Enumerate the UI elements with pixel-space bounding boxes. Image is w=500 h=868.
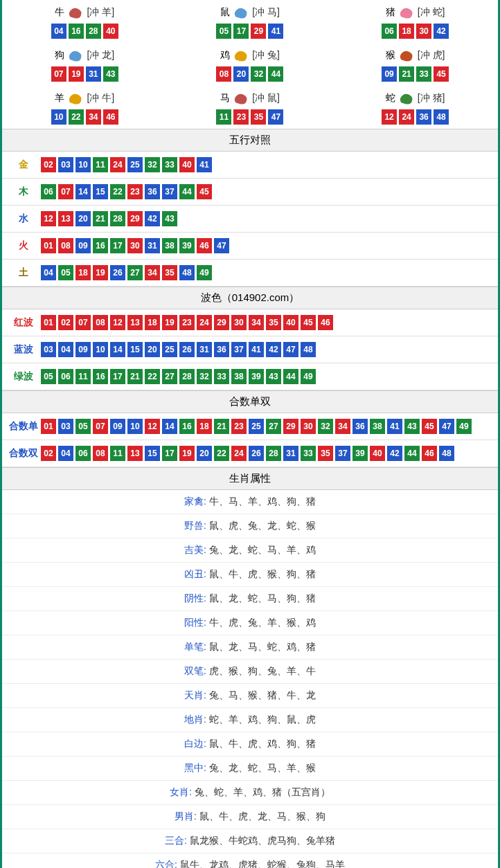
number-badge: 30 [231,315,247,330]
attribute-value: 鼠牛、龙鸡、虎猪、蛇猴、兔狗、马羊 [180,859,345,868]
number-badge: 28 [86,24,101,39]
number-badge: 20 [197,446,212,461]
attribute-label: 家禽: [184,496,209,507]
number-badge: 34 [335,419,350,434]
number-badge: 46 [197,238,212,253]
attribute-row: 女肖: 兔、蛇、羊、鸡、猪（五宫肖） [2,781,498,805]
number-badge: 08 [58,238,73,253]
number-badge: 29 [127,211,143,226]
number-badge: 11 [216,109,231,125]
attribute-value: 兔、马、猴、猪、牛、龙 [209,689,316,700]
number-badge: 08 [93,446,108,461]
number-badge: 04 [51,24,66,39]
number-badge: 24 [110,157,125,172]
number-badge: 17 [110,238,125,253]
attribute-value: 牛、虎、兔、羊、猴、鸡 [209,617,316,628]
number-badge: 05 [58,265,73,280]
attribute-label: 地肖: [184,714,209,725]
number-badge: 33 [214,369,229,384]
number-badge: 43 [162,211,177,226]
number-badge: 45 [301,315,316,330]
zodiac-cell: 牛[冲 羊]04162840 [2,0,168,43]
zodiac-clash: [冲 兔] [252,49,280,62]
number-badge: 11 [110,446,125,461]
number-badge: 13 [58,211,73,226]
zodiac-cell: 羊[冲 牛]10223446 [2,86,168,129]
number-badge: 35 [318,446,333,461]
table-row: 蓝波03040910141520252631363741424748 [2,336,498,363]
zodiac-cell: 鼠[冲 马]05172941 [168,0,333,43]
number-badge: 17 [162,446,177,461]
attribute-label: 阳性: [184,617,209,628]
row-label: 土 [6,266,41,279]
number-badge: 46 [103,109,118,125]
number-badge: 36 [416,109,431,125]
zodiac-clash: [冲 鼠] [252,92,280,105]
number-badge: 21 [399,66,414,82]
attribute-label: 黑中: [184,762,209,773]
attribute-value: 鼠龙猴、牛蛇鸡、虎马狗、兔羊猪 [190,835,335,846]
zodiac-cell: 猪[冲 蛇]06183042 [332,0,498,43]
attribute-value: 牛、马、羊、鸡、狗、猪 [209,496,316,507]
zodiac-cell: 猴[冲 虎]09213345 [332,43,498,86]
number-badge: 06 [58,369,73,384]
number-badge: 16 [93,238,108,253]
attribute-row: 地肖: 蛇、羊、鸡、狗、鼠、虎 [2,708,498,732]
attribute-value: 兔、蛇、羊、鸡、猪（五宫肖） [195,786,330,797]
number-badge: 35 [266,315,281,330]
number-badge: 05 [75,419,91,434]
number-badge: 35 [251,109,266,125]
bose-table: 红波0102070812131819232429303435404546蓝波03… [2,309,498,390]
attribute-row: 阴性: 鼠、龙、蛇、马、狗、猪 [2,587,498,611]
zodiac-name: 牛 [55,6,64,19]
zodiac-clash: [冲 马] [252,6,280,19]
zodiac-name: 马 [220,92,230,105]
number-badge: 40 [283,315,298,330]
number-badge: 09 [75,238,91,253]
attribute-label: 白边: [184,738,209,749]
number-badge: 29 [214,315,229,330]
number-badge: 38 [162,238,177,253]
number-badge: 07 [51,66,66,82]
number-badge: 07 [75,315,91,330]
number-badge: 32 [145,157,160,172]
shuxing-table: 家禽: 牛、马、羊、鸡、狗、猪野兽: 鼠、虎、兔、龙、蛇、猴吉美: 兔、龙、蛇、… [2,490,498,868]
number-badge: 27 [127,265,143,280]
zodiac-name: 狗 [55,49,64,62]
number-badge: 14 [110,342,125,357]
number-badge: 31 [283,446,298,461]
number-badge: 11 [93,157,108,172]
attribute-label: 六合: [155,859,180,868]
zodiac-cell: 马[冲 鼠]11233547 [168,86,333,129]
table-row: 金02031011242532334041 [2,152,498,179]
attribute-row: 阳性: 牛、虎、兔、羊、猴、鸡 [2,611,498,635]
attribute-label: 男肖: [175,811,199,822]
number-badge: 23 [231,419,247,434]
table-row: 木06071415222336374445 [2,179,498,206]
main-frame: 牛[冲 羊]04162840鼠[冲 马]05172941猪[冲 蛇]061830… [0,0,500,868]
zodiac-icon [231,47,251,64]
number-badge: 21 [93,211,108,226]
number-badge: 04 [58,342,73,357]
number-badge: 26 [179,342,195,357]
number-badge: 43 [404,419,420,434]
number-badge: 03 [58,419,73,434]
number-badge: 37 [335,446,350,461]
row-label: 合数单 [6,420,41,433]
number-badge: 41 [249,342,264,357]
zodiac-name: 鼠 [220,6,230,19]
number-badge: 43 [103,66,118,82]
zodiac-name: 羊 [55,92,64,105]
attribute-value: 鼠、虎、兔、龙、蛇、猴 [209,520,316,531]
number-badge: 18 [145,315,160,330]
number-badge: 10 [51,109,66,125]
zodiac-icon [66,47,85,64]
number-badge: 22 [110,184,125,199]
number-badge: 30 [416,24,431,39]
zodiac-clash: [冲 虎] [418,49,445,62]
attribute-row: 双笔: 虎、猴、狗、兔、羊、牛 [2,660,498,684]
number-badge: 06 [75,446,91,461]
zodiac-icon [397,90,416,107]
number-badge: 36 [145,184,160,199]
number-badge: 29 [251,24,266,39]
